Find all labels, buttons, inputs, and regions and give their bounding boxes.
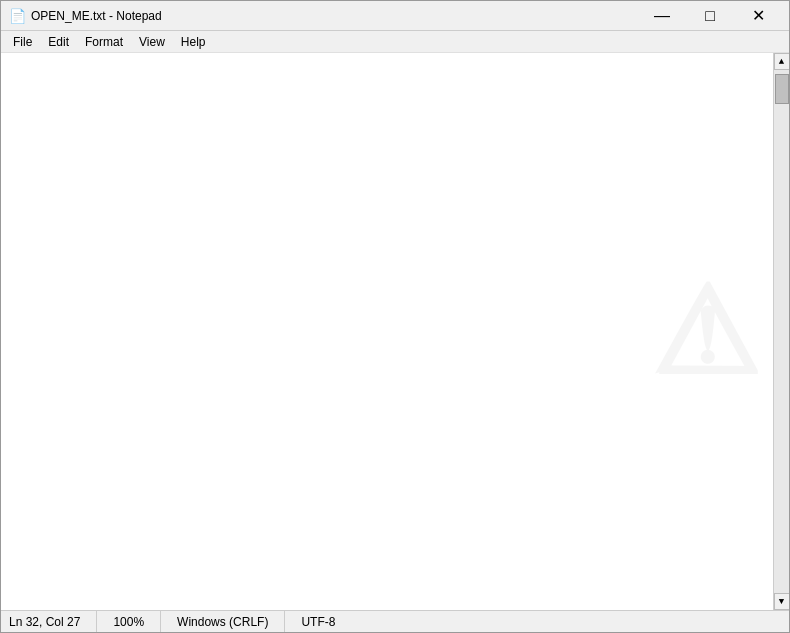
encoding: UTF-8 xyxy=(285,611,351,632)
window-title: OPEN_ME.txt - Notepad xyxy=(31,9,162,23)
zoom-text: 100% xyxy=(113,615,144,629)
zoom-level: 100% xyxy=(97,611,161,632)
text-editor[interactable] xyxy=(1,53,773,610)
menu-bar: File Edit Format View Help xyxy=(1,31,789,53)
menu-format[interactable]: Format xyxy=(77,33,131,51)
maximize-button[interactable]: □ xyxy=(687,1,733,31)
encoding-text: UTF-8 xyxy=(301,615,335,629)
app-icon: 📄 xyxy=(9,8,25,24)
scroll-up-button[interactable]: ▲ xyxy=(774,53,790,70)
menu-file[interactable]: File xyxy=(5,33,40,51)
vertical-scrollbar: ▲ ▼ xyxy=(773,53,789,610)
scroll-thumb[interactable] xyxy=(775,74,789,104)
minimize-button[interactable]: — xyxy=(639,1,685,31)
menu-view[interactable]: View xyxy=(131,33,173,51)
position-text: Ln 32, Col 27 xyxy=(9,615,80,629)
cursor-position: Ln 32, Col 27 xyxy=(9,611,97,632)
line-ending-text: Windows (CRLF) xyxy=(177,615,268,629)
status-bar: Ln 32, Col 27 100% Windows (CRLF) UTF-8 xyxy=(1,610,789,632)
title-bar: 📄 OPEN_ME.txt - Notepad — □ ✕ xyxy=(1,1,789,31)
text-area-wrapper: ⚠ ▲ ▼ xyxy=(1,53,789,610)
menu-edit[interactable]: Edit xyxy=(40,33,77,51)
menu-help[interactable]: Help xyxy=(173,33,214,51)
scroll-track[interactable] xyxy=(774,70,790,593)
window-controls: — □ ✕ xyxy=(639,1,781,31)
title-bar-left: 📄 OPEN_ME.txt - Notepad xyxy=(9,8,162,24)
line-ending: Windows (CRLF) xyxy=(161,611,285,632)
close-button[interactable]: ✕ xyxy=(735,1,781,31)
notepad-window: 📄 OPEN_ME.txt - Notepad — □ ✕ File Edit … xyxy=(0,0,790,633)
scroll-down-button[interactable]: ▼ xyxy=(774,593,790,610)
